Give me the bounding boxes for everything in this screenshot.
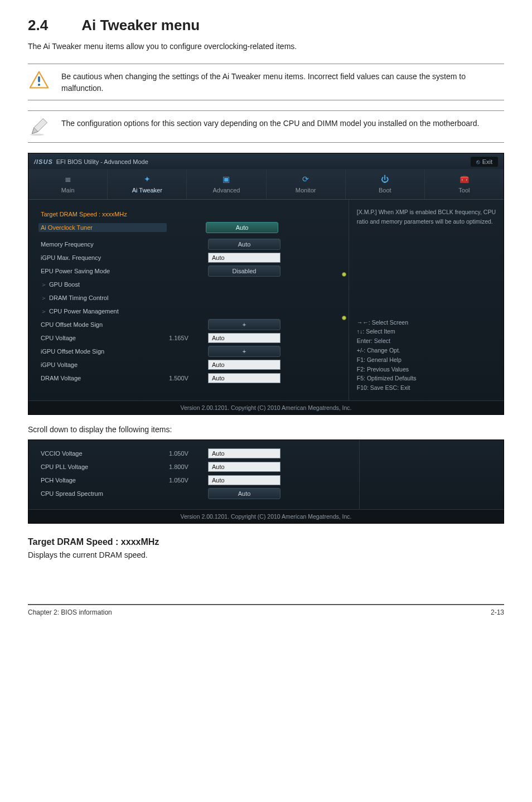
monitor-icon: ⟳ <box>267 173 345 185</box>
ai-overclock-tuner-value[interactable]: Auto <box>206 222 278 233</box>
info-text: The configuration options for this secti… <box>61 117 504 129</box>
warning-note: Be cautious when changing the settings o… <box>28 64 504 100</box>
dram-voltage-reading: 1.500V <box>169 375 208 381</box>
page-footer: Chapter 2: BIOS information 2-13 <box>28 604 504 616</box>
cpu-voltage-value[interactable]: Auto <box>208 333 280 343</box>
bios-window: /ISUS EFI BIOS Utility - Advanced Mode ⎋… <box>28 153 504 415</box>
vccio-voltage-reading: 1.050V <box>169 450 208 457</box>
tab-monitor[interactable]: ⟳ Monitor <box>267 169 346 199</box>
help-description: [X.M.P.] When XMP is enabled BCLK freque… <box>357 207 496 226</box>
cpu-spread-spectrum-value[interactable]: Auto <box>208 488 280 499</box>
scroll-caption: Scroll down to display the following ite… <box>28 425 504 434</box>
warning-text: Be cautious when changing the settings o… <box>61 70 504 94</box>
subsection-text: Displays the current DRAM speed. <box>28 550 504 559</box>
chevron-right-icon: ＞ <box>41 281 47 289</box>
svg-rect-1 <box>38 76 40 83</box>
chevron-right-icon: ＞ <box>41 294 47 302</box>
row-igpu-offset-mode-sign[interactable]: iGPU Offset Mode Sign + <box>41 345 340 358</box>
row-target-dram-speed: Target DRAM Speed : xxxxMHz <box>41 207 340 221</box>
bios-help-panel: [X.M.P.] When XMP is enabled BCLK freque… <box>349 200 504 400</box>
exit-label: Exit <box>482 158 492 165</box>
row-memory-frequency[interactable]: Memory Frequency Auto <box>41 238 340 251</box>
row-dram-timing-control[interactable]: ＞ DRAM Timing Control <box>41 291 340 305</box>
vccio-voltage-value[interactable]: Auto <box>208 448 280 458</box>
subsection-heading: Target DRAM Speed : xxxxMHz <box>28 537 504 547</box>
row-vccio-voltage[interactable]: VCCIO Voltage 1.050V Auto <box>41 447 350 460</box>
row-cpu-voltage[interactable]: CPU Voltage 1.165V Auto <box>41 331 340 345</box>
tab-advanced[interactable]: ▣ Advanced <box>187 169 266 199</box>
section-title-text: Ai Tweaker menu <box>81 17 200 33</box>
warning-icon <box>28 70 50 90</box>
tab-boot[interactable]: ⏻ Boot <box>346 169 425 199</box>
bios-footer: Version 2.00.1201. Copyright (C) 2010 Am… <box>28 400 504 414</box>
row-epu-power-saving[interactable]: EPU Power Saving Mode Disabled <box>41 264 340 278</box>
tab-main[interactable]: ≣ Main <box>28 169 108 199</box>
tab-tool[interactable]: 🧰 Tool <box>425 169 504 199</box>
bios-titlebar: /ISUS EFI BIOS Utility - Advanced Mode ⎋… <box>28 153 504 169</box>
intro-text: The Ai Tweaker menu items allow you to c… <box>28 41 504 52</box>
list-icon: ≣ <box>28 173 107 185</box>
bios-footer-2: Version 2.00.1201. Copyright (C) 2010 Am… <box>28 509 504 523</box>
row-dram-voltage[interactable]: DRAM Voltage 1.500V Auto <box>41 371 340 385</box>
row-cpu-pll-voltage[interactable]: CPU PLL Voltage 1.800V Auto <box>41 460 350 474</box>
bios-tabs: ≣ Main ✦ Ai Tweaker ▣ Advanced ⟳ Monitor… <box>28 169 504 200</box>
scroll-indicator-bottom[interactable] <box>342 316 346 320</box>
chip-icon: ▣ <box>187 173 265 185</box>
exit-button[interactable]: ⎋ Exit <box>471 157 498 167</box>
footer-left: Chapter 2: BIOS information <box>28 608 112 616</box>
cpu-pll-voltage-value[interactable]: Auto <box>208 462 280 472</box>
dram-voltage-value[interactable]: Auto <box>208 373 280 383</box>
row-cpu-spread-spectrum[interactable]: CPU Spread Spectrum Auto <box>41 487 350 500</box>
tweaker-icon: ✦ <box>108 173 186 185</box>
cpu-pll-voltage-reading: 1.800V <box>169 463 208 470</box>
chevron-right-icon: ＞ <box>41 307 47 316</box>
section-heading: 2.4 Ai Tweaker menu <box>28 17 504 34</box>
scroll-indicator-top[interactable] <box>342 272 346 277</box>
memory-frequency-value[interactable]: Auto <box>208 239 280 250</box>
section-number: 2.4 <box>28 17 78 34</box>
tool-icon: 🧰 <box>425 173 504 185</box>
help-keys: →←: Select Screen ↑↓: Select Item Enter:… <box>357 318 496 393</box>
row-ai-overclock-tuner[interactable]: Ai Overclock Tuner Auto <box>41 221 340 234</box>
exit-icon: ⎋ <box>476 158 480 165</box>
igpu-voltage-value[interactable]: Auto <box>208 360 280 370</box>
row-pch-voltage[interactable]: PCH Voltage 1.050V Auto <box>41 474 350 487</box>
row-cpu-power-management[interactable]: ＞ CPU Power Management <box>41 305 340 318</box>
svg-point-3 <box>30 134 44 136</box>
bios-window-continued: VCCIO Voltage 1.050V Auto CPU PLL Voltag… <box>28 439 504 524</box>
row-igpu-voltage[interactable]: iGPU Voltage Auto <box>41 358 340 371</box>
row-igpu-max-frequency[interactable]: iGPU Max. Frequency Auto <box>41 251 340 264</box>
info-note: The configuration options for this secti… <box>28 110 504 143</box>
svg-point-2 <box>38 84 40 86</box>
tab-ai-tweaker[interactable]: ✦ Ai Tweaker <box>108 169 187 199</box>
igpu-max-frequency-value[interactable]: Auto <box>208 253 280 263</box>
footer-right: 2-13 <box>491 608 504 616</box>
row-cpu-offset-mode-sign[interactable]: CPU Offset Mode Sign + <box>41 318 340 331</box>
bios-title: EFI BIOS Utility - Advanced Mode <box>56 158 148 165</box>
cpu-voltage-reading: 1.165V <box>169 335 208 341</box>
cpu-offset-sign-value[interactable]: + <box>208 319 280 330</box>
igpu-offset-sign-value[interactable]: + <box>208 346 280 357</box>
pch-voltage-value[interactable]: Auto <box>208 475 280 485</box>
bios-brand: /ISUS <box>34 158 53 165</box>
pch-voltage-reading: 1.050V <box>169 477 208 484</box>
row-gpu-boost[interactable]: ＞ GPU Boost <box>41 278 340 291</box>
power-icon: ⏻ <box>346 173 424 185</box>
pencil-icon <box>28 117 50 137</box>
epu-power-saving-value[interactable]: Disabled <box>208 265 280 277</box>
